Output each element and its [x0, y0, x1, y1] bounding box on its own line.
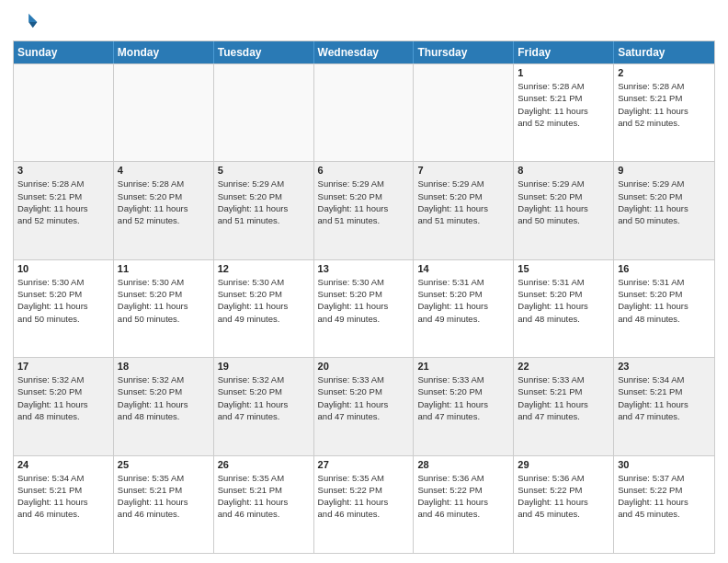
- header: [13, 9, 715, 35]
- cal-cell: 11Sunrise: 5:30 AM Sunset: 5:20 PM Dayli…: [114, 260, 214, 357]
- day-info: Sunrise: 5:28 AM Sunset: 5:20 PM Dayligh…: [118, 178, 210, 226]
- day-number: 11: [118, 263, 210, 274]
- day-info: Sunrise: 5:33 AM Sunset: 5:21 PM Dayligh…: [518, 373, 609, 422]
- day-number: 20: [318, 361, 410, 372]
- day-info: Sunrise: 5:28 AM Sunset: 5:21 PM Dayligh…: [17, 178, 109, 226]
- cal-header-thursday: Thursday: [414, 41, 514, 63]
- page: SundayMondayTuesdayWednesdayThursdayFrid…: [0, 0, 728, 563]
- cal-week-0: 1Sunrise: 5:28 AM Sunset: 5:21 PM Daylig…: [14, 63, 714, 161]
- day-info: Sunrise: 5:28 AM Sunset: 5:21 PM Dayligh…: [518, 80, 609, 129]
- day-info: Sunrise: 5:35 AM Sunset: 5:21 PM Dayligh…: [218, 472, 310, 521]
- cal-cell: 4Sunrise: 5:28 AM Sunset: 5:20 PM Daylig…: [114, 162, 214, 259]
- cal-cell: 24Sunrise: 5:34 AM Sunset: 5:21 PM Dayli…: [14, 456, 114, 553]
- day-number: 5: [218, 165, 310, 176]
- calendar: SundayMondayTuesdayWednesdayThursdayFrid…: [13, 40, 715, 554]
- day-number: 16: [618, 263, 711, 274]
- calendar-body: 1Sunrise: 5:28 AM Sunset: 5:21 PM Daylig…: [14, 63, 714, 553]
- day-number: 7: [417, 165, 509, 176]
- cal-week-3: 17Sunrise: 5:32 AM Sunset: 5:20 PM Dayli…: [14, 357, 714, 454]
- cal-header-saturday: Saturday: [614, 41, 714, 63]
- cal-cell: [314, 64, 415, 161]
- cal-cell: 16Sunrise: 5:31 AM Sunset: 5:20 PM Dayli…: [614, 260, 714, 357]
- day-number: 14: [417, 263, 509, 274]
- cal-cell: 2Sunrise: 5:28 AM Sunset: 5:21 PM Daylig…: [614, 64, 714, 161]
- day-info: Sunrise: 5:32 AM Sunset: 5:20 PM Dayligh…: [218, 373, 310, 422]
- day-info: Sunrise: 5:37 AM Sunset: 5:22 PM Dayligh…: [618, 472, 711, 521]
- day-info: Sunrise: 5:30 AM Sunset: 5:20 PM Dayligh…: [118, 276, 210, 325]
- cal-cell: 5Sunrise: 5:29 AM Sunset: 5:20 PM Daylig…: [214, 162, 314, 259]
- cal-header-sunday: Sunday: [14, 41, 114, 63]
- cal-header-friday: Friday: [514, 41, 614, 63]
- day-info: Sunrise: 5:31 AM Sunset: 5:20 PM Dayligh…: [518, 276, 609, 325]
- cal-cell: 1Sunrise: 5:28 AM Sunset: 5:21 PM Daylig…: [514, 64, 614, 161]
- cal-cell: [114, 64, 214, 161]
- day-info: Sunrise: 5:31 AM Sunset: 5:20 PM Dayligh…: [618, 276, 711, 325]
- day-info: Sunrise: 5:29 AM Sunset: 5:20 PM Dayligh…: [318, 178, 410, 226]
- day-info: Sunrise: 5:36 AM Sunset: 5:22 PM Dayligh…: [417, 472, 509, 521]
- day-number: 6: [318, 165, 410, 176]
- day-number: 25: [118, 459, 210, 470]
- cal-cell: 15Sunrise: 5:31 AM Sunset: 5:20 PM Dayli…: [514, 260, 614, 357]
- day-info: Sunrise: 5:36 AM Sunset: 5:22 PM Dayligh…: [518, 472, 609, 521]
- day-number: 3: [17, 165, 109, 176]
- day-number: 17: [17, 361, 109, 372]
- cal-cell: 27Sunrise: 5:35 AM Sunset: 5:22 PM Dayli…: [314, 456, 415, 553]
- cal-cell: 7Sunrise: 5:29 AM Sunset: 5:20 PM Daylig…: [414, 162, 514, 259]
- day-number: 10: [17, 263, 109, 274]
- day-number: 26: [218, 459, 310, 470]
- cal-header-wednesday: Wednesday: [314, 41, 415, 63]
- day-number: 2: [618, 67, 711, 78]
- cal-cell: 9Sunrise: 5:29 AM Sunset: 5:20 PM Daylig…: [614, 162, 714, 259]
- day-info: Sunrise: 5:34 AM Sunset: 5:21 PM Dayligh…: [17, 472, 109, 521]
- day-number: 22: [518, 361, 609, 372]
- cal-week-4: 24Sunrise: 5:34 AM Sunset: 5:21 PM Dayli…: [14, 455, 714, 553]
- cal-cell: 19Sunrise: 5:32 AM Sunset: 5:20 PM Dayli…: [214, 358, 314, 454]
- cal-cell: 23Sunrise: 5:34 AM Sunset: 5:21 PM Dayli…: [614, 358, 714, 454]
- day-info: Sunrise: 5:30 AM Sunset: 5:20 PM Dayligh…: [218, 276, 310, 325]
- day-info: Sunrise: 5:33 AM Sunset: 5:20 PM Dayligh…: [417, 373, 509, 422]
- day-info: Sunrise: 5:29 AM Sunset: 5:20 PM Dayligh…: [218, 178, 310, 226]
- day-number: 18: [118, 361, 210, 372]
- cal-week-2: 10Sunrise: 5:30 AM Sunset: 5:20 PM Dayli…: [14, 259, 714, 357]
- cal-cell: 13Sunrise: 5:30 AM Sunset: 5:20 PM Dayli…: [314, 260, 415, 357]
- cal-cell: 22Sunrise: 5:33 AM Sunset: 5:21 PM Dayli…: [514, 358, 614, 454]
- day-number: 21: [417, 361, 509, 372]
- cal-cell: 14Sunrise: 5:31 AM Sunset: 5:20 PM Dayli…: [414, 260, 514, 357]
- cal-cell: 21Sunrise: 5:33 AM Sunset: 5:20 PM Dayli…: [414, 358, 514, 454]
- day-number: 29: [518, 459, 609, 470]
- day-info: Sunrise: 5:29 AM Sunset: 5:20 PM Dayligh…: [417, 178, 509, 226]
- day-info: Sunrise: 5:28 AM Sunset: 5:21 PM Dayligh…: [618, 80, 711, 129]
- cal-cell: 3Sunrise: 5:28 AM Sunset: 5:21 PM Daylig…: [14, 162, 114, 259]
- day-info: Sunrise: 5:31 AM Sunset: 5:20 PM Dayligh…: [417, 276, 509, 325]
- day-number: 23: [618, 361, 711, 372]
- cal-header-monday: Monday: [114, 41, 214, 63]
- day-info: Sunrise: 5:32 AM Sunset: 5:20 PM Dayligh…: [118, 373, 210, 422]
- cal-cell: 6Sunrise: 5:29 AM Sunset: 5:20 PM Daylig…: [314, 162, 415, 259]
- day-number: 8: [518, 165, 609, 176]
- day-number: 28: [417, 459, 509, 470]
- day-info: Sunrise: 5:35 AM Sunset: 5:21 PM Dayligh…: [118, 472, 210, 521]
- day-number: 24: [17, 459, 109, 470]
- cal-cell: 10Sunrise: 5:30 AM Sunset: 5:20 PM Dayli…: [14, 260, 114, 357]
- cal-cell: 18Sunrise: 5:32 AM Sunset: 5:20 PM Dayli…: [114, 358, 214, 454]
- day-number: 15: [518, 263, 609, 274]
- day-number: 4: [118, 165, 210, 176]
- cal-cell: 26Sunrise: 5:35 AM Sunset: 5:21 PM Dayli…: [214, 456, 314, 553]
- cal-cell: [414, 64, 514, 161]
- cal-cell: 12Sunrise: 5:30 AM Sunset: 5:20 PM Dayli…: [214, 260, 314, 357]
- cal-cell: 29Sunrise: 5:36 AM Sunset: 5:22 PM Dayli…: [514, 456, 614, 553]
- cal-cell: 20Sunrise: 5:33 AM Sunset: 5:20 PM Dayli…: [314, 358, 415, 454]
- cal-cell: 25Sunrise: 5:35 AM Sunset: 5:21 PM Dayli…: [114, 456, 214, 553]
- day-info: Sunrise: 5:35 AM Sunset: 5:22 PM Dayligh…: [318, 472, 410, 521]
- day-info: Sunrise: 5:33 AM Sunset: 5:20 PM Dayligh…: [318, 373, 410, 422]
- logo: [13, 9, 42, 35]
- day-info: Sunrise: 5:32 AM Sunset: 5:20 PM Dayligh…: [17, 373, 109, 422]
- cal-header-tuesday: Tuesday: [214, 41, 314, 63]
- calendar-header-row: SundayMondayTuesdayWednesdayThursdayFrid…: [14, 41, 714, 63]
- day-number: 12: [218, 263, 310, 274]
- cal-cell: 28Sunrise: 5:36 AM Sunset: 5:22 PM Dayli…: [414, 456, 514, 553]
- cal-cell: 17Sunrise: 5:32 AM Sunset: 5:20 PM Dayli…: [14, 358, 114, 454]
- day-number: 13: [318, 263, 410, 274]
- logo-icon: [13, 9, 39, 35]
- day-number: 1: [518, 67, 609, 78]
